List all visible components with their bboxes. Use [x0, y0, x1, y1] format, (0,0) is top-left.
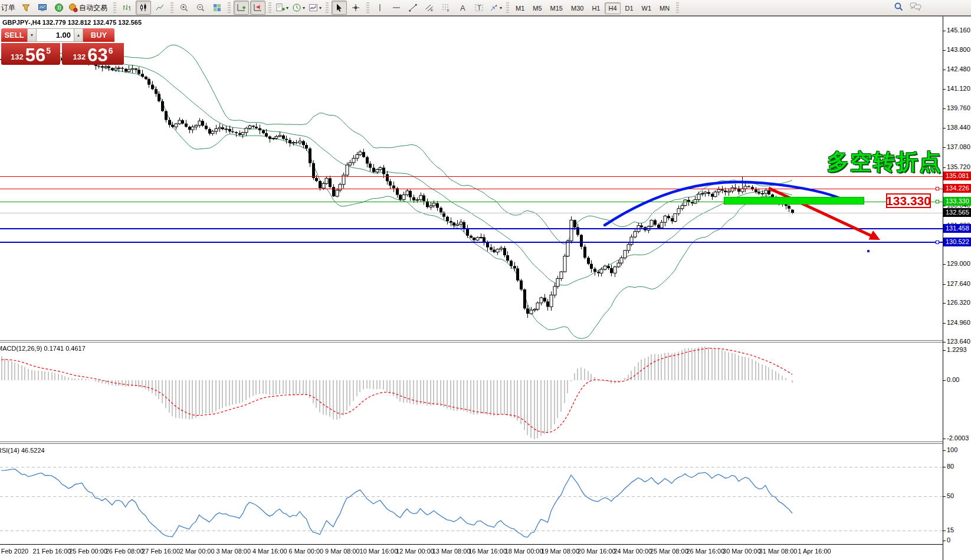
level-line-134.226[interactable]	[0, 189, 943, 189]
price-callout-133330[interactable]: 133.330	[886, 193, 931, 208]
price-axis-tick: 124.960	[947, 319, 970, 326]
tile-windows-icon	[212, 3, 222, 12]
volume-decrease-button[interactable]: ▼	[27, 28, 37, 42]
axis-tick-dash	[943, 350, 946, 351]
time-axis-label: 4 Mar 16:00	[252, 548, 287, 555]
timeframe-m1[interactable]: M1	[512, 2, 528, 14]
zoom-out-button[interactable]	[193, 1, 208, 15]
chart-bars-button[interactable]	[119, 1, 135, 15]
timeframe-m5[interactable]: M5	[529, 2, 545, 14]
line-anchor-handle[interactable]	[936, 200, 939, 203]
chevron-down-icon: ▾	[319, 5, 322, 11]
pane-separator[interactable]	[0, 340, 971, 342]
timeframe-m15[interactable]: M15	[547, 2, 566, 14]
line-anchor-handle[interactable]	[936, 241, 939, 244]
templates-button[interactable]: ▾	[307, 1, 323, 15]
time-axis[interactable]: Feb 202021 Feb 16:0025 Feb 00:0026 Feb 0…	[0, 545, 971, 560]
green-supply-zone-rect[interactable]	[724, 197, 864, 205]
price-tag-130.522[interactable]: 130.522	[943, 238, 971, 246]
cursor-tool-button[interactable]	[332, 1, 347, 15]
price-tag-132.565[interactable]: 132.565	[943, 208, 971, 217]
level-line-135.081[interactable]	[0, 176, 943, 177]
trendline-tool[interactable]	[405, 1, 421, 15]
axis-tick-dash	[943, 206, 946, 206]
arrows-icon	[489, 3, 498, 12]
chevron-down-icon: ▾	[286, 5, 288, 11]
timeframe-h1[interactable]: H1	[588, 2, 603, 14]
time-axis-label: 31 Mar 08:00	[759, 548, 798, 555]
time-axis-label: 1 Apr 16:00	[798, 548, 831, 555]
search-icon[interactable]	[894, 2, 904, 12]
rsi-axis-label: 0	[947, 536, 950, 543]
level-line-130.522[interactable]	[0, 242, 943, 243]
price-tag-131.458[interactable]: 131.458	[943, 224, 971, 233]
autotrading-toggle[interactable]: 自动交易	[68, 1, 110, 15]
time-axis-label: 20 Mar 16:00	[578, 548, 616, 555]
axis-tick-dash	[943, 264, 946, 265]
toolbar-separator	[170, 2, 173, 13]
add-indicator-button[interactable]: ▾	[274, 1, 290, 15]
buy-button[interactable]: BUY	[83, 28, 114, 42]
toolbar-separator	[268, 2, 271, 13]
timeframe-h4[interactable]: H4	[605, 2, 620, 14]
timeframe-mn[interactable]: MN	[656, 2, 673, 14]
time-axis-label: 18 Mar 00:00	[505, 548, 543, 555]
volume-increase-button[interactable]: ▲	[74, 28, 83, 42]
periods-button[interactable]: ▾	[291, 1, 306, 15]
vertical-line-icon	[375, 3, 385, 12]
rsi-axis-label: 15	[947, 526, 954, 533]
crosshair-tool-button[interactable]	[348, 1, 363, 15]
chart-shift-toggle[interactable]	[250, 1, 265, 15]
chart-line-button[interactable]	[152, 1, 168, 15]
buy-price-base: 132	[73, 52, 86, 61]
time-axis-label: 10 Mar 16:00	[360, 548, 398, 555]
buy-price-display[interactable]: 132 63 6	[62, 43, 124, 65]
timeframe-w1[interactable]: W1	[638, 2, 655, 14]
trendline-icon	[408, 3, 418, 12]
vertical-line-tool[interactable]	[372, 1, 388, 15]
text-tool[interactable]: A	[455, 1, 470, 15]
signals-button[interactable]	[51, 1, 67, 15]
zoom-in-button[interactable]	[176, 1, 192, 15]
text-label-tool[interactable]: T	[471, 1, 487, 15]
axis-tick-dash	[943, 50, 946, 51]
auto-scroll-toggle[interactable]	[234, 1, 249, 15]
new-order-button[interactable]: 订单	[1, 3, 15, 13]
level-line-131.458[interactable]	[0, 228, 943, 229]
price-tag-134.226[interactable]: 134.226	[943, 184, 971, 193]
cursor-arrow-icon	[334, 3, 344, 12]
fibonacci-tool[interactable]: F	[438, 1, 454, 15]
sell-price-main: 56	[25, 48, 45, 63]
arrows-tool[interactable]: ▾	[488, 1, 503, 15]
zoom-out-icon	[196, 3, 205, 12]
axis-tick-dash	[943, 31, 946, 31]
channel-tool[interactable]: E	[422, 1, 437, 15]
tile-windows-button[interactable]	[209, 1, 225, 15]
autotrade-label: 自动交易	[79, 3, 107, 13]
turning-point-annotation[interactable]: 多空转折点	[827, 147, 942, 177]
axis-tick-dash	[943, 108, 946, 109]
chart-canvas[interactable]	[0, 0, 971, 560]
timeframe-d1[interactable]: D1	[622, 2, 637, 14]
time-axis-label: 26 Mar 16:00	[686, 548, 724, 555]
chat-icon[interactable]	[910, 2, 921, 11]
terminal-button[interactable]	[35, 1, 50, 15]
blue-dot-marker	[867, 250, 870, 252]
price-axis[interactable]: 145.160143.800142.480141.120139.760138.4…	[943, 17, 971, 560]
volume-input[interactable]	[37, 28, 74, 42]
price-tag-135.081[interactable]: 135.081	[943, 172, 971, 180]
axis-tick-dash	[943, 541, 946, 541]
sell-button[interactable]: SELL	[1, 28, 27, 42]
price-tag-133.330[interactable]: 133.330	[943, 197, 971, 206]
time-axis-label: 12 Mar 00:00	[396, 548, 434, 555]
pane-separator[interactable]	[0, 442, 971, 444]
funnel-button[interactable]	[18, 1, 34, 15]
axis-tick-dash	[943, 147, 946, 148]
chart-candlestick-button[interactable]	[136, 1, 151, 15]
time-axis-label: 24 Mar 00:00	[614, 548, 652, 555]
horizontal-line-tool[interactable]	[389, 1, 404, 15]
level-line-132.565[interactable]	[0, 213, 943, 213]
line-anchor-handle[interactable]	[936, 187, 939, 190]
sell-price-display[interactable]: 132 56 5	[1, 43, 60, 65]
timeframe-m30[interactable]: M30	[567, 2, 587, 14]
